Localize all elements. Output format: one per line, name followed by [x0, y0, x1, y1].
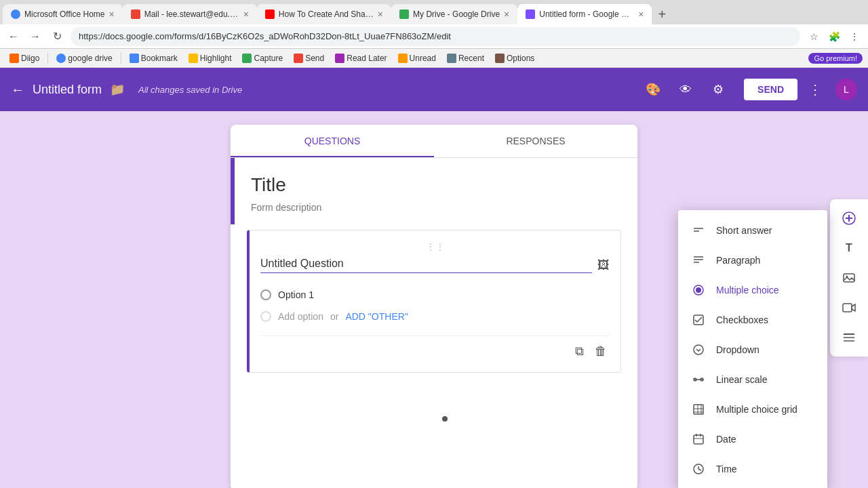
linear-scale-icon [692, 373, 705, 386]
video-icon [842, 301, 856, 314]
unread-icon [398, 54, 408, 63]
tab-mail-close[interactable]: × [243, 9, 249, 20]
bookmark-star-icon[interactable]: ☆ [806, 28, 822, 45]
add-other-link[interactable]: ADD "OTHER" [345, 311, 408, 322]
dropdown-item-checkboxes[interactable]: Checkboxes [678, 305, 827, 335]
dropdown-item-date[interactable]: Date [678, 424, 827, 454]
bm-options-label: Options [507, 54, 534, 63]
menu-icon[interactable]: ⋮ [846, 28, 863, 45]
back-to-forms-button[interactable]: ← [11, 82, 24, 98]
extensions-icon[interactable]: 🧩 [826, 28, 842, 45]
bookmarks-bar: Diigo google drive Bookmark Highlight Ca… [0, 49, 868, 68]
svg-point-18 [694, 345, 703, 354]
bm-highlight[interactable]: Highlight [184, 52, 236, 64]
dropdown-dropdown-label: Dropdown [716, 344, 760, 355]
dropdown-mc-grid-label: Multiple choice grid [716, 404, 797, 415]
go-premium-button[interactable]: Go premium! [808, 53, 863, 64]
form-title-input[interactable] [251, 174, 621, 197]
add-question-button[interactable] [835, 205, 863, 232]
question-title-input[interactable] [260, 258, 592, 273]
dropdown-item-paragraph[interactable]: Paragraph [678, 245, 827, 275]
tab-drive-close[interactable]: × [504, 9, 509, 20]
tab-youtube-label: How To Create And Share ... [279, 9, 374, 19]
bm-send[interactable]: Send [290, 52, 328, 64]
add-video-button[interactable] [835, 294, 863, 321]
form-description-input[interactable] [251, 202, 621, 213]
bm-options[interactable]: Options [491, 52, 538, 64]
bm-recent-label: Recent [458, 54, 484, 63]
dropdown-item-multiple-choice[interactable]: Multiple choice [678, 275, 827, 305]
tab-drive-label: My Drive - Google Drive [413, 9, 500, 19]
bm-diigo[interactable]: Diigo [5, 52, 43, 64]
dropdown-short-answer-label: Short answer [716, 225, 772, 236]
bm-google-drive[interactable]: google drive [52, 52, 116, 64]
add-option-text[interactable]: Add option [278, 311, 323, 322]
bm-unread[interactable]: Unread [394, 52, 440, 64]
dropdown-linear-scale-label: Linear scale [716, 374, 768, 385]
delete-question-button[interactable]: 🗑 [592, 342, 610, 361]
bm-read-later-label: Read Later [347, 54, 387, 63]
dropdown-item-short-answer[interactable]: Short answer [678, 216, 827, 245]
back-button[interactable]: ← [5, 28, 22, 45]
tab-forms[interactable]: Untitled form - Google Foa... × [517, 4, 652, 24]
tab-chrome-home-close[interactable]: × [108, 9, 114, 20]
save-status: All changes saved in Drive [138, 85, 242, 95]
title-text-icon: T [846, 242, 852, 254]
tab-questions[interactable]: QUESTIONS [231, 125, 434, 157]
chrome-home-favicon [11, 9, 20, 19]
add-image-button[interactable] [835, 264, 863, 291]
option-1-radio[interactable] [260, 289, 271, 300]
tab-mail[interactable]: Mail - lee.stewart@edu.ua... × [123, 4, 257, 24]
dropdown-time-label: Time [716, 464, 737, 474]
multiple-choice-icon [692, 283, 705, 297]
bm-recent[interactable]: Recent [443, 52, 488, 64]
url-bar[interactable]: https://docs.google.com/forms/d/16ByCzK6… [71, 27, 800, 46]
url-text: https://docs.google.com/forms/d/16ByCzK6… [79, 31, 451, 41]
youtube-favicon [265, 9, 275, 19]
tab-questions-label: QUESTIONS [304, 136, 360, 146]
dropdown-item-mc-grid[interactable]: Multiple choice grid [678, 394, 827, 424]
add-option-row: Add option or ADD "OTHER" [260, 306, 610, 327]
dropdown-item-linear-scale[interactable]: Linear scale [678, 365, 827, 394]
question-image-button[interactable]: 🖼 [597, 258, 610, 272]
dropdown-menu: Short answer Paragraph Multiple choice [678, 210, 827, 488]
form-title-area [231, 158, 637, 224]
tab-drive[interactable]: My Drive - Google Drive × [391, 4, 517, 24]
svg-rect-5 [843, 304, 852, 312]
tab-youtube[interactable]: How To Create And Share ... × [257, 4, 391, 24]
add-title-button[interactable]: T [835, 235, 863, 262]
bm-read-later[interactable]: Read Later [331, 52, 391, 64]
bm-bookmark[interactable]: Bookmark [125, 52, 182, 64]
tab-forms-close[interactable]: × [638, 9, 644, 20]
diigo-icon [9, 54, 19, 63]
dropdown-item-time[interactable]: Time [678, 454, 827, 484]
preview-button[interactable]: 👁 [673, 77, 698, 102]
send-button[interactable]: SEND [744, 79, 797, 100]
reload-button[interactable]: ↻ [49, 28, 65, 45]
bm-capture[interactable]: Capture [238, 52, 287, 64]
svg-rect-22 [694, 405, 703, 414]
user-avatar[interactable]: L [835, 79, 857, 100]
bm-highlight-label: Highlight [200, 54, 232, 63]
settings-button[interactable]: ⚙ [706, 77, 730, 102]
more-options-button[interactable]: ⋮ [808, 81, 822, 98]
right-sidebar: T [830, 199, 868, 357]
plus-icon [842, 211, 856, 225]
duplicate-question-button[interactable]: ⧉ [572, 342, 587, 361]
new-tab-button[interactable]: + [652, 4, 672, 24]
tab-responses[interactable]: RESPONSES [434, 125, 637, 157]
add-option-radio [260, 311, 271, 322]
folder-icon[interactable]: 📁 [110, 82, 125, 97]
tab-chrome-home[interactable]: Microsoft Office Home × [3, 4, 123, 24]
dropdown-checkboxes-label: Checkboxes [716, 314, 768, 325]
tab-forms-label: Untitled form - Google Foa... [539, 9, 634, 19]
dropdown-item-dropdown[interactable]: Dropdown [678, 335, 827, 365]
svg-rect-27 [694, 435, 703, 444]
palette-button[interactable]: 🎨 [641, 77, 665, 102]
add-section-button[interactable] [835, 324, 863, 351]
forward-button[interactable]: → [27, 28, 43, 45]
main-content: QUESTIONS RESPONSES ⋮⋮ 🖼 Option 1 [0, 111, 868, 488]
drag-handle[interactable]: ⋮⋮ [260, 241, 610, 252]
bm-send-label: Send [305, 54, 324, 63]
tab-youtube-close[interactable]: × [378, 9, 383, 20]
